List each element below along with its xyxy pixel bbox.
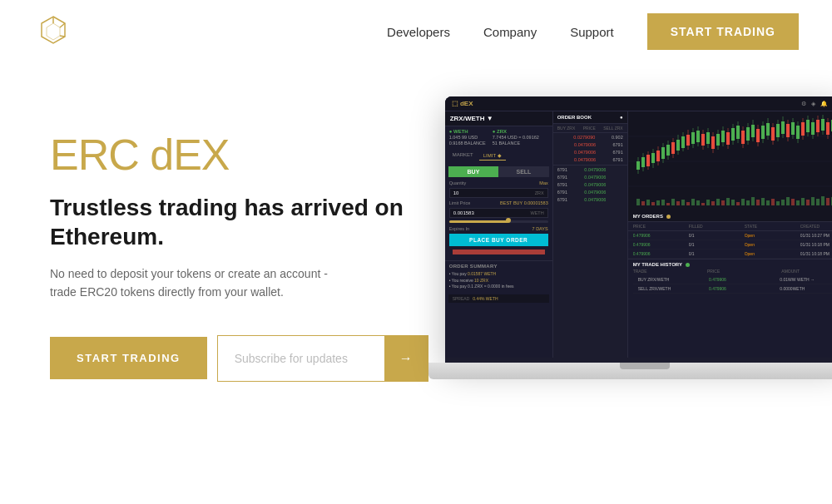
hero-title-suffix: dEX (150, 131, 229, 179)
order-line-2: • You receive 10 ZRX (449, 278, 548, 283)
svg-rect-114 (796, 126, 800, 139)
main-nav: Developers Company Support START TRADING (387, 13, 799, 50)
nav-item-developers[interactable]: Developers (387, 25, 450, 39)
svg-line-3 (60, 23, 65, 27)
quantity-value: 10 (453, 190, 459, 195)
order-state-3: Open (745, 251, 784, 256)
order-price-2: 0.479906 (633, 242, 672, 247)
order-state-1: Open (745, 233, 784, 238)
filled-col: FILLED (689, 224, 728, 229)
ob-buy-price-4: 0.0479006 (584, 190, 606, 195)
header-icons: ⚙ ◈ 🔔 (801, 101, 832, 107)
place-order-button[interactable]: PLACE BUY ORDER (449, 234, 548, 246)
ob-buy-amount-b4: 6791 (557, 190, 567, 195)
svg-rect-43 (806, 200, 810, 205)
order-book-col-headers: BUY ZRX PRICE SELL ZRX (553, 124, 627, 133)
weth-info: ● WETH 1.045 99 USD 0.9168 BALANCE (449, 129, 486, 146)
ob-buy-price-5: 0.0479006 (584, 197, 606, 202)
laptop-container: ⬚ dEX ⚙ ◈ 🔔 ZRX/WETH ▼ (428, 96, 832, 379)
ob-sell-amount-2: 6791 (612, 142, 622, 147)
quantity-input[interactable]: 10 ZRX (449, 188, 548, 198)
svg-rect-112 (791, 122, 795, 135)
svg-rect-19 (686, 202, 690, 205)
svg-rect-86 (726, 132, 730, 145)
svg-rect-76 (701, 134, 705, 146)
sell-tab[interactable]: SELL (498, 166, 549, 177)
quantity-label: Quantity (449, 180, 466, 185)
svg-rect-12 (651, 202, 655, 205)
zrx-info: ● ZRX 7.7454 USD = 0.09162 51 BALANCE (493, 129, 539, 146)
ob-sell-price-3: 0.0479006 (574, 150, 596, 155)
hero-start-trading-button[interactable]: START TRADING (50, 337, 207, 379)
svg-marker-1 (47, 23, 60, 40)
svg-rect-28 (731, 200, 735, 205)
ob-buy-amount-b1: 6791 (557, 167, 567, 172)
order-form: Quantity Max 10 ZRX Limit Price BEST BUY… (445, 177, 552, 260)
trade-history-title: MY TRADE HISTORY (633, 262, 682, 267)
sell-col-header: SELL ZRX (603, 126, 622, 131)
order-row-1: 0.479906 0/1 Open 01/31 10:27 PM (628, 231, 832, 240)
wallet-icon: ◈ (811, 101, 815, 107)
svg-rect-118 (806, 120, 810, 132)
svg-rect-44 (811, 197, 815, 205)
logo (33, 12, 73, 52)
zrx-eth: 51 BALANCE (493, 141, 539, 146)
svg-rect-23 (706, 200, 710, 205)
ob-buy-price-2: 0.0479006 (584, 175, 606, 180)
nav-item-support[interactable]: Support (570, 25, 614, 39)
subscribe-container: → (217, 335, 428, 382)
limit-price-input[interactable]: 0.001583 WETH (449, 208, 548, 218)
ob-sell-price-1: 0.0279090 (573, 135, 595, 140)
order-book-buy-row-2: 6791 0.0479006 (553, 174, 627, 181)
zrx-balance: 7.7454 USD = 0.09162 (493, 135, 539, 140)
zrx-label: ● ZRX (493, 129, 539, 134)
hero-tagline: Trustless trading has arrived on Ethereu… (50, 193, 428, 251)
limit-price-unit: WETH (531, 210, 544, 215)
subscribe-input[interactable] (218, 337, 384, 380)
trade-history-indicator (686, 263, 690, 267)
order-row-2: 0.479906 0/1 Open 01/31 10:18 PM (628, 240, 832, 250)
price-col: PRICE (633, 224, 672, 229)
created-col: CREATED (800, 224, 832, 229)
svg-rect-54 (646, 155, 650, 166)
buy-tab[interactable]: BUY (448, 166, 499, 177)
order-price-1: 0.479906 (633, 233, 672, 238)
svg-rect-68 (681, 136, 685, 148)
limit-tab[interactable]: LIMIT ◆ (479, 151, 506, 161)
ob-buy-amount-b3: 6791 (557, 182, 567, 187)
nav-item-company[interactable]: Company (483, 25, 537, 39)
svg-rect-38 (781, 200, 785, 205)
ob-buy-price-3: 0.0479006 (584, 182, 606, 187)
price-col-th: PRICE (707, 269, 765, 274)
order-created-1: 01/31 10:27 PM (800, 233, 832, 238)
chart-orders-panel: MY ORDERS PRICE FILLED STATE CREATED (628, 111, 832, 358)
svg-rect-37 (776, 201, 780, 205)
spread-info: SPREAD 0.44% WETH (448, 294, 549, 303)
svg-rect-80 (711, 136, 715, 149)
market-tab[interactable]: MARKET (448, 151, 478, 161)
weth-balance: 1.045 99 USD (449, 135, 486, 140)
svg-rect-72 (691, 132, 695, 144)
order-book-title: ORDER BOOK (557, 115, 592, 120)
svg-rect-15 (666, 203, 670, 205)
header-start-trading-button[interactable]: START TRADING (647, 13, 799, 50)
order-price-3: 0.479906 (633, 251, 672, 256)
order-book-buy-row-3: 6791 0.0479006 (553, 181, 627, 189)
quantity-slider[interactable] (449, 220, 548, 223)
svg-rect-41 (796, 200, 800, 205)
subscribe-arrow-button[interactable]: → (384, 336, 428, 381)
pair-name: ZRX/WETH ▼ (450, 115, 493, 122)
order-line-3: • You pay 0.1 ZRX = 0.0000 in fees (449, 284, 548, 289)
slider-fill (449, 220, 508, 223)
max-label: Max (539, 180, 547, 185)
svg-rect-9 (636, 199, 640, 205)
hero-title-prefix: ERC (50, 131, 150, 179)
spread-label: SPREAD (453, 296, 470, 301)
svg-rect-74 (696, 131, 700, 142)
svg-rect-10 (641, 201, 645, 205)
svg-rect-110 (786, 124, 790, 137)
order-summary: ORDER SUMMARY • You pay 0.01587 WETH • Y… (445, 260, 552, 293)
svg-rect-16 (671, 199, 675, 205)
expires-label: Expires In (449, 226, 469, 231)
svg-rect-33 (756, 200, 760, 205)
